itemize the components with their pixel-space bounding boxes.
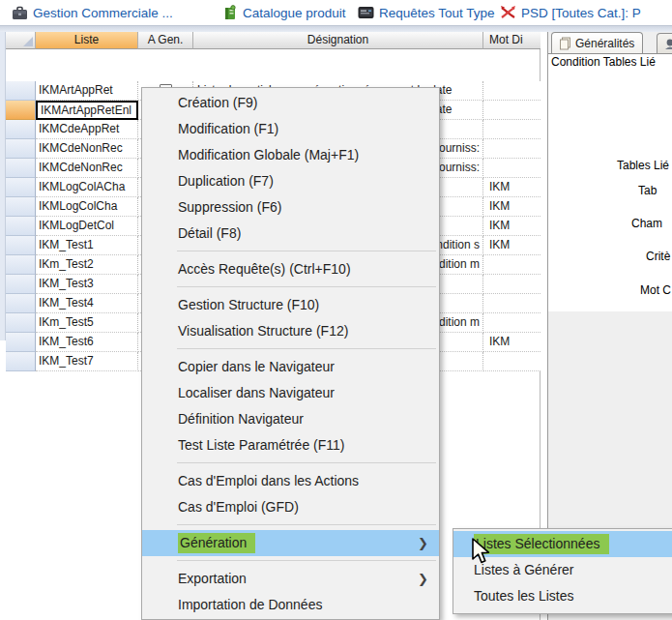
row-header[interactable] — [6, 120, 36, 139]
cell-mot[interactable] — [483, 101, 541, 120]
cell-mot[interactable] — [483, 294, 541, 313]
cell-mot[interactable]: IKM — [483, 333, 541, 352]
menu-separator — [177, 560, 436, 561]
menu-item-cas-emploi-gfd[interactable]: Cas d'Emploi (GFD) — [142, 494, 439, 520]
cell-liste[interactable]: IKMLogColCha — [36, 197, 138, 217]
menu-item-generation[interactable]: Génération ❯ — [142, 530, 439, 556]
column-header-mot[interactable]: Mot Di — [483, 32, 541, 49]
menu-separator — [177, 348, 436, 349]
menu-item-modification[interactable]: Modification (F1) — [142, 116, 439, 142]
cell-liste[interactable]: IKMArtAppRet — [36, 81, 138, 101]
tab2-icon — [664, 38, 672, 50]
column-header-a-gen[interactable]: A Gen. — [138, 32, 193, 49]
menu-item-test-liste-parametree[interactable]: Test Liste Paramétrée (F11) — [142, 432, 439, 458]
tab-label: Généralités — [575, 37, 634, 50]
cell-mot[interactable]: IKM — [483, 197, 541, 217]
row-header[interactable] — [6, 217, 36, 236]
menu-item-gestion-structure[interactable]: Gestion Structure (F10) — [142, 292, 439, 318]
cell-liste[interactable]: IKm_Test5 — [36, 313, 138, 333]
row-header[interactable] — [6, 139, 36, 159]
cell-mot[interactable] — [483, 313, 541, 333]
row-header[interactable] — [6, 333, 36, 352]
column-header-designation[interactable]: Désignation — [193, 32, 483, 49]
cell-mot[interactable]: IKM — [483, 236, 541, 255]
cell-mot[interactable]: IKM — [483, 217, 541, 236]
menu-item-duplication[interactable]: Duplication (F7) — [142, 168, 439, 194]
cell-mot[interactable] — [483, 120, 541, 139]
row-header[interactable] — [6, 294, 36, 313]
select-all-corner-cell[interactable] — [6, 32, 36, 49]
row-header[interactable] — [6, 159, 36, 178]
menu-separator — [177, 286, 436, 287]
label-criteres: Critè — [646, 250, 670, 263]
menu-item-definition-navigateur[interactable]: Définition Navigateur — [142, 406, 439, 432]
row-header[interactable] — [6, 197, 36, 217]
top-toolbar: Gestion Commerciale ... Catalogue produi… — [0, 0, 672, 25]
row-header[interactable] — [6, 178, 36, 197]
menu-item-creation[interactable]: Création (F9) — [142, 90, 439, 116]
menu-item-modification-globale[interactable]: Modification Globale (Maj+F1) — [142, 142, 439, 168]
submenu-item-toutes-les-listes[interactable]: Toutes les Listes — [453, 583, 672, 609]
menu-item-acces-requetes[interactable]: Accès Requête(s) (Ctrl+F10) — [142, 256, 439, 282]
submenu-arrow-icon: ❯ — [418, 530, 428, 556]
row-header[interactable] — [6, 313, 36, 333]
menu-item-importation-donnees[interactable]: Importation de Données — [142, 592, 439, 618]
cell-liste[interactable]: IKMLogDetCol — [36, 217, 138, 236]
menu-item-cas-emploi-actions[interactable]: Cas d'Emploi dans les Actions — [142, 468, 439, 494]
menu-item-visualisation-structure[interactable]: Visualisation Structure (F12) — [142, 318, 439, 344]
cell-liste[interactable]: IKM_Test6 — [36, 333, 138, 352]
menu-item-copier-navigateur[interactable]: Copier dans le Navigateur — [142, 354, 439, 380]
cell-liste[interactable]: IKMCdeNonRec — [36, 139, 138, 159]
cell-mot[interactable] — [483, 352, 541, 371]
menu-item-exportation-label: Exportation — [178, 571, 247, 586]
menu-item-exportation[interactable]: Exportation ❯ — [142, 566, 439, 592]
row-header[interactable] — [6, 101, 36, 120]
cell-liste[interactable]: IKMCdeNonRec — [36, 159, 138, 178]
label-condition-tables-liees: Condition Tables Lié — [551, 55, 656, 69]
briefcase-icon — [12, 6, 28, 20]
toolbar-separator-strip — [0, 25, 672, 32]
cell-mot[interactable] — [483, 81, 541, 101]
cell-liste[interactable]: IKM_Test4 — [36, 294, 138, 313]
pages-icon — [559, 37, 571, 50]
row-header[interactable] — [6, 352, 36, 371]
menu-item-suppression[interactable]: Suppression (F6) — [142, 194, 439, 221]
column-header-liste[interactable]: Liste — [36, 32, 138, 49]
topbar-item-psd[interactable]: PSD [Toutes Cat.]: P — [500, 3, 641, 22]
query-terminal-icon — [358, 6, 374, 19]
submenu-item-listes-selectionnees-label: Listes Sélectionnées — [474, 534, 609, 554]
topbar-item-gestion-commerciale[interactable]: Gestion Commerciale ... — [12, 3, 173, 22]
topbar-item-label: Catalogue produit — [243, 6, 346, 20]
cell-liste[interactable]: IKMLogColACha — [36, 178, 138, 197]
cell-liste[interactable]: IKm_Test2 — [36, 255, 138, 275]
cell-mot[interactable] — [483, 159, 541, 178]
topbar-item-label: PSD [Toutes Cat.]: P — [521, 6, 641, 20]
panel-tab-bar: Généralités — [547, 32, 672, 53]
details-fields-area — [548, 53, 672, 311]
row-header[interactable] — [6, 255, 36, 275]
cell-mot[interactable] — [483, 139, 541, 159]
cell-mot[interactable] — [483, 275, 541, 294]
row-header[interactable] — [6, 275, 36, 294]
row-header[interactable] — [6, 236, 36, 255]
cell-liste[interactable]: IKM_Test7 — [36, 352, 138, 371]
tab-next-partial[interactable] — [657, 33, 672, 53]
cell-liste-selected[interactable]: IKMArtAppRetEnl — [36, 101, 138, 120]
cell-liste[interactable]: IKM_Test1 — [36, 236, 138, 255]
tab-generalites[interactable]: Généralités — [551, 32, 643, 53]
psd-red-icon — [500, 5, 516, 20]
app-window: { "topbar": { "items": [ { "label": "Ges… — [0, 0, 672, 620]
cell-liste[interactable]: IKM_Test3 — [36, 275, 138, 294]
row-header[interactable] — [6, 81, 36, 101]
submenu-arrow-icon: ❯ — [418, 566, 428, 592]
cell-mot[interactable] — [483, 255, 541, 275]
menu-item-localiser-navigateur[interactable]: Localiser dans Navigateur — [142, 380, 439, 406]
topbar-item-catalogue-produit[interactable]: Catalogue produit — [222, 3, 346, 22]
menu-item-detail[interactable]: Détail (F8) — [142, 221, 439, 247]
cell-mot[interactable]: IKM — [483, 178, 541, 197]
topbar-item-label: Gestion Commerciale ... — [33, 6, 173, 20]
select-all-triangle-icon — [23, 37, 33, 46]
label-tables-liees: Tables Lié — [617, 159, 669, 172]
topbar-item-requetes-tout-type[interactable]: Requêtes Tout Type — [358, 3, 495, 22]
cell-liste[interactable]: IKMCdeAppRet — [36, 120, 138, 139]
